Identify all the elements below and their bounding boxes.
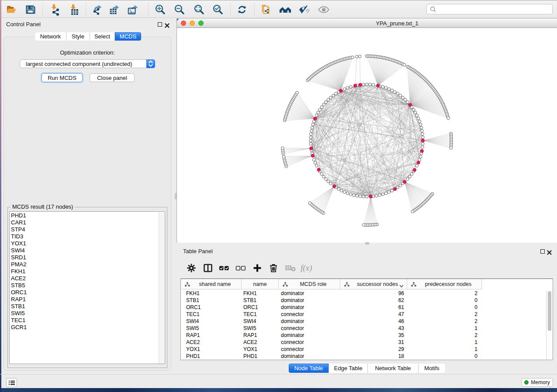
mcds-result-list[interactable]: PHD1CAR1STP4TID3YOX1SWI4SRD1PMA2FKH1ACE2…: [9, 211, 165, 364]
run-mcds-button[interactable]: Run MCDS: [42, 73, 83, 82]
mcds-result-item[interactable]: STB1: [10, 303, 159, 310]
close-panel-button[interactable]: Close panel: [90, 73, 135, 82]
table-select-all-icon[interactable]: [218, 262, 230, 274]
svg-text:f(x): f(x): [301, 263, 312, 273]
column-header-MCDS-role[interactable]: MCDS role: [279, 279, 340, 289]
table-scrollbar[interactable]: [546, 291, 553, 360]
table-scrollbar-thumb[interactable]: [548, 291, 551, 331]
column-header-shared-name[interactable]: shared name: [181, 279, 242, 289]
table-cell: 2: [407, 318, 477, 325]
export-network-icon[interactable]: [92, 3, 104, 15]
open-in-cloud-icon[interactable]: [260, 3, 272, 15]
table-panel-float-button[interactable]: [540, 249, 545, 254]
node-table[interactable]: shared namenameMCDS rolesuccessor nodesp…: [180, 279, 553, 360]
mcds-result-item[interactable]: SRD1: [10, 254, 159, 261]
table-row[interactable]: ORC1ORC1dominator610: [181, 304, 546, 311]
zoom-out-icon[interactable]: [173, 3, 186, 15]
export-table-icon[interactable]: [108, 3, 121, 15]
table-row[interactable]: FKH1FKH1dominator962: [181, 290, 546, 297]
mcds-result-item[interactable]: RAP1: [10, 296, 159, 303]
control-panel-close-button[interactable]: [165, 22, 170, 30]
table-tab-edge-table[interactable]: Edge Table: [329, 364, 368, 373]
import-table-icon[interactable]: [68, 3, 80, 15]
search-box[interactable]: [426, 4, 553, 14]
toolbar-separator: [42, 3, 43, 16]
mcds-result-item[interactable]: SWI5: [10, 310, 159, 317]
criterion-dropdown[interactable]: largest connected component (undirected): [20, 59, 155, 68]
mcds-result-item[interactable]: TID3: [10, 233, 159, 240]
horizontal-splitter-handle[interactable]: [365, 242, 369, 244]
toolbar-separator: [254, 3, 255, 16]
table-cell: dominator: [281, 297, 340, 304]
column-header-name[interactable]: name: [242, 279, 279, 289]
column-header-predecessor-nodes[interactable]: predecessor nodes: [407, 279, 482, 289]
mcds-result-item[interactable]: PHD1: [10, 212, 159, 219]
table-header-row: shared namenameMCDS rolesuccessor nodesp…: [181, 279, 482, 289]
save-session-icon[interactable]: [24, 3, 37, 15]
hide-selected-icon[interactable]: [298, 3, 311, 15]
table-tab-node-table[interactable]: Node Table: [289, 364, 329, 373]
zoom-selected-icon[interactable]: [212, 3, 224, 15]
control-tab-style[interactable]: Style: [66, 32, 90, 41]
table-delete-table-icon[interactable]: [285, 262, 296, 274]
mcds-result-item[interactable]: STP4: [10, 226, 159, 233]
open-session-icon[interactable]: [5, 3, 17, 15]
mcds-result-item[interactable]: STB5: [10, 282, 159, 289]
mcds-result-item[interactable]: YOX1: [10, 240, 159, 247]
table-tab-motifs[interactable]: Motifs: [419, 364, 445, 373]
control-tab-select[interactable]: Select: [90, 32, 115, 41]
table-split-columns-icon[interactable]: [202, 262, 214, 274]
table-cell: 43: [340, 325, 404, 332]
status-bar-list-button[interactable]: [6, 378, 17, 387]
mcds-result-item[interactable]: PMA2: [10, 261, 159, 268]
zoom-fit-icon[interactable]: [193, 3, 205, 15]
import-network-icon[interactable]: [48, 3, 61, 15]
mcds-list-scrollbar[interactable]: [159, 212, 164, 364]
mcds-result-item[interactable]: ORC1: [10, 289, 159, 296]
table-row[interactable]: ACE2ACE2connector311: [181, 339, 546, 346]
table-cell: ACE2: [243, 339, 279, 346]
network-canvas[interactable]: [176, 28, 557, 243]
desktop-wallpaper-left: [0, 0, 1, 392]
table-cell: SWI5: [243, 325, 279, 332]
control-panel-title: Control Panel: [6, 21, 41, 28]
mcds-result-item[interactable]: ACE2: [10, 275, 159, 282]
memory-button[interactable]: Memory: [521, 378, 553, 387]
table-add-column-icon[interactable]: [252, 262, 263, 274]
control-tab-mcds[interactable]: MCDS: [115, 32, 141, 41]
table-unselect-all-icon[interactable]: [235, 262, 246, 274]
list-icon: [9, 380, 15, 385]
table-panel-close-button[interactable]: [547, 249, 552, 257]
table-tab-network-table[interactable]: Network Table: [368, 364, 419, 373]
column-type-icon: [411, 282, 416, 288]
control-panel-float-button[interactable]: [158, 22, 162, 27]
control-panel-tabs: NetworkStyleSelectMCDS: [35, 32, 141, 41]
export-image-icon[interactable]: [127, 3, 139, 15]
table-function-builder-icon[interactable]: f(x): [300, 262, 315, 274]
show-all-icon[interactable]: [279, 3, 291, 15]
table-row[interactable]: SWI5SWI5connector431: [181, 325, 546, 332]
mcds-result-item[interactable]: TEC1: [10, 317, 159, 324]
table-gear-icon[interactable]: [186, 262, 197, 274]
refresh-icon[interactable]: [236, 3, 248, 15]
mcds-result-item[interactable]: SWI4: [10, 247, 159, 254]
table-cell: 31: [340, 339, 404, 346]
table-row[interactable]: TEC1TEC1connector472: [181, 311, 546, 318]
column-header-successor-nodes[interactable]: successor nodes: [340, 279, 407, 289]
mcds-result-item[interactable]: CAR1: [10, 219, 159, 226]
mcds-result-item[interactable]: FKH1: [10, 268, 159, 275]
table-cell: PHD1: [186, 353, 242, 360]
table-row[interactable]: SWI4SWI4dominator462: [181, 318, 546, 325]
show-eye-icon[interactable]: [318, 3, 330, 15]
table-row[interactable]: PHD1PHD1dominator180: [181, 353, 546, 360]
zoom-in-icon[interactable]: [154, 3, 166, 15]
toolbar-separator: [86, 3, 86, 16]
table-row[interactable]: STB1STB1dominator620: [181, 297, 546, 304]
table-cell: 62: [340, 297, 404, 304]
search-input[interactable]: [436, 6, 552, 12]
table-row[interactable]: YOX1YOX1connector291: [181, 346, 546, 353]
control-tab-network[interactable]: Network: [35, 32, 66, 41]
table-row[interactable]: RAP1RAP1dominator352: [181, 332, 546, 339]
mcds-result-item[interactable]: GCR1: [10, 324, 159, 331]
table-delete-column-icon[interactable]: [268, 262, 279, 274]
